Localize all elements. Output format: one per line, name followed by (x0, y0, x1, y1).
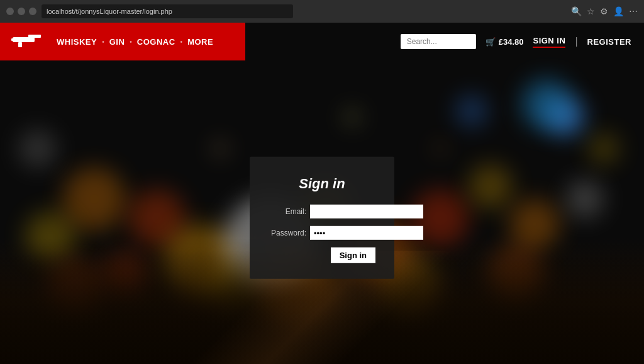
nav-dot-1: • (102, 38, 104, 45)
sign-in-button[interactable]: Sign in (331, 247, 375, 263)
cart-area[interactable]: 🛒 £34.80 (486, 37, 524, 47)
profile-icon[interactable]: 👤 (613, 6, 624, 16)
svg-point-4 (12, 38, 14, 41)
browser-icons: 🔍 ☆ ⚙ 👤 ⋯ (571, 6, 638, 16)
menu-icon[interactable]: ⋯ (629, 6, 638, 16)
nav-more[interactable]: MORE (187, 37, 213, 47)
nav-gin[interactable]: GIN (109, 37, 125, 47)
cart-amount: £34.80 (499, 37, 524, 47)
password-row: Password: (269, 226, 375, 240)
url-text: localhost/t/jonnysLiquor-master/login.ph… (47, 8, 172, 15)
nav-divider: | (575, 36, 577, 47)
browser-chrome: localhost/t/jonnysLiquor-master/login.ph… (0, 0, 644, 23)
svg-rect-0 (13, 37, 35, 42)
nav-whiskey[interactable]: WHISKEY (57, 37, 97, 47)
svg-rect-2 (18, 42, 22, 47)
extensions-icon[interactable]: ⚙ (600, 6, 608, 16)
navbar-right: 🛒 £34.80 SIGN IN | REGISTER (401, 34, 644, 49)
email-label: Email: (269, 207, 306, 216)
cart-icon: 🛒 (486, 37, 496, 47)
search-icon[interactable]: 🔍 (571, 6, 582, 16)
nav-dot-3: • (180, 38, 183, 45)
nav-cognac[interactable]: COGNAC (137, 37, 175, 47)
nav-dot-2: • (130, 38, 132, 45)
login-title: Sign in (269, 176, 375, 192)
navbar: WHISKEY • GIN • COGNAC • MORE 🛒 £34.80 S… (0, 23, 644, 60)
sign-in-nav-link[interactable]: SIGN IN (533, 36, 565, 48)
svg-rect-1 (28, 35, 41, 38)
email-input[interactable] (310, 205, 423, 219)
navbar-brand: WHISKEY • GIN • COGNAC • MORE (0, 23, 245, 60)
register-nav-link[interactable]: REGISTER (587, 37, 631, 47)
browser-min-btn[interactable] (18, 8, 25, 15)
password-label: Password: (269, 229, 306, 237)
address-bar[interactable]: localhost/t/jonnysLiquor-master/login.ph… (42, 4, 293, 18)
password-input[interactable] (310, 226, 423, 240)
browser-close-btn[interactable] (6, 8, 14, 15)
bookmark-icon[interactable]: ☆ (587, 6, 595, 16)
form-actions: Sign in (269, 247, 375, 263)
logo-icon (9, 31, 44, 52)
browser-max-btn[interactable] (29, 8, 36, 15)
email-row: Email: (269, 205, 375, 219)
browser-window-controls (6, 8, 36, 15)
page-wrapper: WHISKEY • GIN • COGNAC • MORE 🛒 £34.80 S… (0, 23, 644, 364)
nav-links: WHISKEY • GIN • COGNAC • MORE (57, 37, 213, 47)
login-form-container: Sign in Email: Password: Sign in (250, 157, 394, 279)
search-input[interactable] (401, 34, 476, 49)
